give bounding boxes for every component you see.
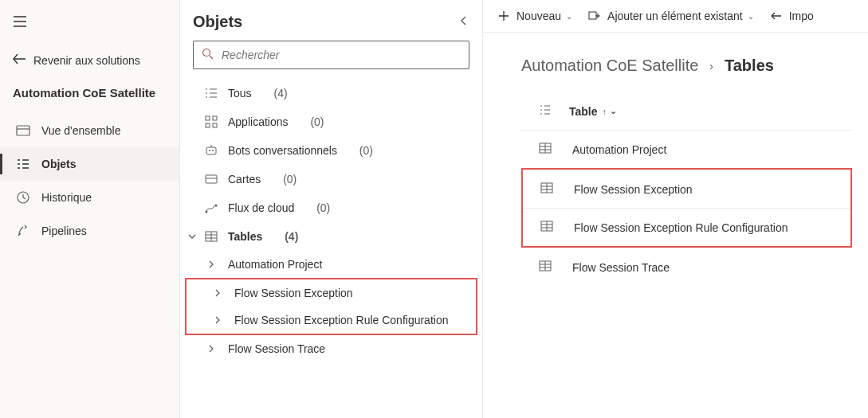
svg-point-8 <box>209 150 210 151</box>
chevron-down-icon: ⌄ <box>566 12 572 21</box>
svg-rect-6 <box>213 123 217 127</box>
nav-label: Historique <box>41 191 92 204</box>
table-row[interactable]: Automation Project <box>521 130 852 168</box>
table-row[interactable]: Flow Session Exception Rule Configuratio… <box>523 208 850 246</box>
import-button[interactable]: Impo <box>770 10 814 22</box>
breadcrumb-parent[interactable]: Automation CoE Satellite <box>521 57 698 75</box>
category-cards[interactable]: Cartes (0) <box>180 165 482 193</box>
search-input-wrapper[interactable] <box>193 41 469 69</box>
table-item-flow-session-exception-rule[interactable]: Flow Session Exception Rule Configuratio… <box>187 307 476 334</box>
table-item-flow-session-exception[interactable]: Flow Session Exception <box>187 279 476 307</box>
left-navigation: Revenir aux solutions Automation CoE Sat… <box>0 0 180 418</box>
column-header-table[interactable]: Table <box>569 105 598 118</box>
row-label: Flow Session Exception <box>574 183 693 196</box>
arrow-left-icon <box>13 53 26 67</box>
svg-rect-10 <box>206 175 217 183</box>
breadcrumb: Automation CoE Satellite › Tables <box>483 33 868 96</box>
table-icon <box>540 182 553 197</box>
list-all-icon <box>204 86 218 100</box>
chevron-down-icon: ⌄ <box>610 106 617 116</box>
overview-icon <box>16 123 30 138</box>
cmd-label: Nouveau <box>516 10 561 22</box>
row-label: Flow Session Trace <box>572 261 670 274</box>
table-row[interactable]: Flow Session Trace <box>521 248 852 286</box>
search-input[interactable] <box>222 49 461 61</box>
arrow-up-icon: ↑ <box>603 107 607 116</box>
new-button[interactable]: Nouveau ⌄ <box>497 10 572 22</box>
collapse-panel-button[interactable] <box>458 15 469 29</box>
history-icon <box>16 190 30 205</box>
chevron-left-icon <box>458 15 469 26</box>
menu-icon <box>13 18 27 31</box>
solution-name: Automation CoE Satellite <box>0 75 179 114</box>
back-label: Revenir aux solutions <box>33 54 140 67</box>
nav-label: Pipelines <box>41 225 87 237</box>
svg-rect-0 <box>17 126 29 135</box>
chevron-down-icon <box>187 232 198 241</box>
highlight-annotation: Flow Session Exception Flow Session Exce… <box>521 168 852 248</box>
svg-rect-7 <box>206 147 216 154</box>
card-icon <box>204 172 218 186</box>
category-label: Bots conversationnels <box>228 144 337 157</box>
chevron-right-icon <box>207 258 217 271</box>
table-icon <box>204 229 218 244</box>
category-label: Tous <box>228 87 252 100</box>
add-existing-button[interactable]: Ajouter un élément existant ⌄ <box>588 10 754 22</box>
category-count: (0) <box>316 201 330 214</box>
chevron-right-icon <box>214 314 223 326</box>
add-existing-icon <box>588 10 601 22</box>
category-label: Tables <box>228 230 262 243</box>
nav-pipelines[interactable]: Pipelines <box>0 214 179 248</box>
table-item-label: Flow Session Trace <box>228 342 325 355</box>
row-label: Automation Project <box>572 143 666 156</box>
table-item-label: Automation Project <box>228 258 322 271</box>
nav-overview[interactable]: Vue d'ensemble <box>0 114 179 147</box>
category-label: Applications <box>228 115 289 128</box>
svg-rect-14 <box>589 12 596 19</box>
objects-icon <box>16 157 30 171</box>
list-icon[interactable] <box>539 104 552 119</box>
table-item-label: Flow Session Exception <box>234 287 353 299</box>
category-all[interactable]: Tous (4) <box>180 79 482 107</box>
category-count: (0) <box>359 144 373 157</box>
table-row[interactable]: Flow Session Exception <box>523 170 850 208</box>
flow-icon <box>204 201 218 215</box>
nav-label: Objets <box>41 158 77 170</box>
highlight-annotation: Flow Session Exception Flow Session Exce… <box>185 278 477 335</box>
search-icon <box>202 48 214 62</box>
table-item-flow-session-trace[interactable]: Flow Session Trace <box>180 335 482 362</box>
arrow-left-icon <box>770 10 783 22</box>
cmd-label: Impo <box>789 10 814 22</box>
chevron-right-icon: › <box>709 60 713 72</box>
nav-history[interactable]: Historique <box>0 181 179 214</box>
svg-rect-5 <box>206 123 210 127</box>
svg-rect-3 <box>206 116 210 120</box>
nav-objects[interactable]: Objets <box>0 147 179 181</box>
table-item-label: Flow Session Exception Rule Configuratio… <box>234 314 448 326</box>
chevron-right-icon <box>214 287 223 299</box>
category-count: (0) <box>283 173 297 186</box>
category-tables[interactable]: Tables (4) <box>180 222 482 251</box>
category-apps[interactable]: Applications (0) <box>180 107 482 136</box>
svg-point-2 <box>203 49 210 57</box>
category-count: (4) <box>285 230 298 243</box>
column-header-row: Table ↑ ⌄ <box>521 96 852 130</box>
chevron-right-icon <box>207 342 217 355</box>
category-cloud-flows[interactable]: Flux de cloud (0) <box>180 193 482 222</box>
table-item-automation-project[interactable]: Automation Project <box>180 251 482 278</box>
command-bar: Nouveau ⌄ Ajouter un élément existant ⌄ … <box>483 0 868 33</box>
back-to-solutions-link[interactable]: Revenir aux solutions <box>0 45 179 75</box>
sort-indicator[interactable]: ↑ ⌄ <box>603 106 618 116</box>
apps-icon <box>204 115 218 129</box>
bot-icon <box>204 143 218 158</box>
svg-point-12 <box>215 205 218 207</box>
main-content: Nouveau ⌄ Ajouter un élément existant ⌄ … <box>483 0 868 418</box>
plus-icon <box>497 10 510 22</box>
table-icon <box>539 142 552 157</box>
svg-point-9 <box>212 150 214 151</box>
category-bots[interactable]: Bots conversationnels (0) <box>180 136 482 165</box>
svg-point-11 <box>206 211 208 213</box>
hamburger-button[interactable] <box>0 6 179 39</box>
category-count: (4) <box>273 87 287 100</box>
objects-panel-title: Objets <box>193 13 242 31</box>
